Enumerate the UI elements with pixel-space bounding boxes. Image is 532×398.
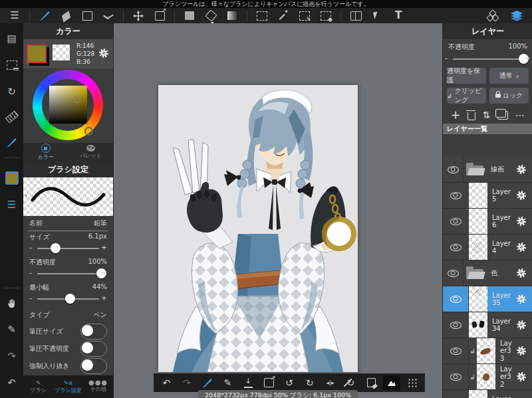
marquee-tool-icon[interactable] bbox=[256, 10, 268, 22]
select-list-icon[interactable] bbox=[0, 55, 23, 75]
fill-tool-icon[interactable] bbox=[184, 10, 196, 22]
eraser-tool-icon[interactable] bbox=[60, 10, 72, 22]
pages-icon[interactable]: ▤ bbox=[0, 29, 23, 49]
deselect-pen-tool-icon[interactable]: ◆ bbox=[320, 10, 332, 22]
undo-icon[interactable]: ↶ bbox=[0, 373, 23, 393]
size-slider[interactable]: - + bbox=[29, 243, 107, 254]
layer-row-senga[interactable]: 線画 bbox=[443, 157, 532, 183]
canvas[interactable] bbox=[158, 85, 358, 372]
opacity-minus[interactable]: - bbox=[29, 268, 32, 277]
polyline-tool-icon[interactable] bbox=[102, 10, 114, 22]
transparent-color-swatch[interactable] bbox=[53, 45, 70, 60]
blend-mode-button[interactable]: 通常 › bbox=[489, 68, 529, 84]
undo-button[interactable]: ↶ bbox=[156, 375, 177, 391]
eye-icon[interactable] bbox=[450, 218, 462, 225]
rotate-cw-button[interactable]: ↻ bbox=[299, 375, 320, 391]
workspace[interactable]: ↶ ↷ ✎ ↓ ↺ ↻ ◂|▸ ↻ 2048*2732px 778dpi 50%… bbox=[114, 23, 442, 398]
layer-opacity-plus[interactable]: + bbox=[525, 54, 531, 62]
layers-panel-icon[interactable] bbox=[511, 10, 523, 22]
gear-icon[interactable] bbox=[517, 243, 526, 252]
protect-alpha-button[interactable]: 透明度を保護 bbox=[447, 68, 486, 84]
shape-tool-icon[interactable] bbox=[81, 10, 93, 22]
redo-button[interactable]: ↷ bbox=[177, 375, 198, 391]
materials-icon[interactable] bbox=[487, 10, 499, 22]
minwidth-slider[interactable]: - + bbox=[29, 293, 107, 305]
duplicate-layer-button[interactable] bbox=[497, 111, 508, 120]
eye-icon[interactable] bbox=[450, 373, 462, 381]
eye-icon[interactable] bbox=[450, 244, 462, 251]
reorder-layers-button[interactable]: ⇅ bbox=[483, 110, 491, 120]
gear-icon[interactable] bbox=[517, 346, 526, 355]
redo-icon[interactable]: ↷ bbox=[0, 346, 23, 366]
delete-layer-button[interactable] bbox=[467, 110, 475, 120]
layer-row-layer4[interactable]: Layer4 bbox=[443, 235, 532, 260]
eye-icon[interactable] bbox=[450, 296, 462, 303]
paint-icon[interactable] bbox=[0, 132, 23, 152]
gear-icon[interactable] bbox=[517, 191, 526, 200]
gear-icon[interactable] bbox=[517, 165, 526, 174]
bucket-tool-icon[interactable] bbox=[205, 10, 217, 22]
pressure-size-toggle[interactable] bbox=[80, 324, 107, 340]
select-pen-tool-icon[interactable]: ✎ bbox=[299, 10, 311, 22]
layer-row-layer34[interactable]: Layer34 bbox=[443, 312, 532, 338]
menu-icon[interactable]: ☰ bbox=[9, 10, 21, 22]
object-select-tool-icon[interactable] bbox=[371, 10, 383, 22]
sv-cursor[interactable] bbox=[74, 96, 80, 103]
hue-cursor[interactable] bbox=[84, 127, 93, 136]
add-layer-button[interactable]: + bbox=[451, 108, 460, 122]
layer-row-layer6[interactable]: Layer6 bbox=[443, 209, 532, 235]
eye-icon[interactable] bbox=[450, 192, 462, 199]
lock-button[interactable]: ロック bbox=[489, 88, 529, 104]
layer-row-layer35[interactable]: Layer35 bbox=[443, 286, 532, 312]
save-button[interactable]: ↓ bbox=[238, 375, 259, 391]
eye-icon[interactable] bbox=[448, 166, 459, 173]
pen-icon[interactable]: ✎ bbox=[217, 375, 238, 391]
eye-icon[interactable] bbox=[448, 270, 459, 277]
next-brush-arrow[interactable]: › bbox=[108, 191, 112, 200]
gradient-tool-icon[interactable] bbox=[226, 10, 238, 22]
color-swatch-icon[interactable] bbox=[0, 168, 23, 188]
size-minus[interactable]: - bbox=[29, 243, 32, 252]
layer-row-layer5[interactable]: Layer5 bbox=[443, 183, 532, 209]
text-tool-icon[interactable]: T bbox=[392, 10, 404, 22]
minwidth-plus[interactable]: + bbox=[101, 294, 107, 302]
layer-row-iro[interactable]: 色 bbox=[443, 260, 532, 286]
layer-opacity-minus[interactable]: - bbox=[445, 54, 448, 62]
gear-icon[interactable] bbox=[517, 294, 526, 304]
brush-select-icon[interactable] bbox=[198, 375, 218, 391]
rotate-icon[interactable]: ↻ bbox=[0, 82, 23, 102]
rotate-ccw-button[interactable]: ↺ bbox=[279, 375, 300, 391]
opacity-slider[interactable]: - + bbox=[29, 268, 107, 280]
gear-icon[interactable] bbox=[517, 372, 526, 381]
taper-toggle[interactable] bbox=[80, 358, 107, 374]
flip-horizontal-button[interactable]: ◂|▸ bbox=[320, 375, 340, 391]
tab-brush[interactable]: ✎ ブラシ bbox=[23, 375, 53, 398]
tab-palette[interactable]: パレット bbox=[68, 143, 114, 161]
pressure-opacity-toggle[interactable] bbox=[80, 341, 107, 357]
gear-icon[interactable] bbox=[517, 217, 526, 226]
split-view-tool-icon[interactable] bbox=[350, 10, 362, 22]
tab-color[interactable]: カラー bbox=[23, 143, 68, 161]
magic-wand-tool-icon[interactable] bbox=[277, 10, 289, 22]
hand-icon[interactable] bbox=[0, 293, 23, 313]
clear-button[interactable] bbox=[361, 375, 382, 391]
eye-icon[interactable] bbox=[450, 322, 462, 329]
foreground-color-swatch[interactable] bbox=[27, 45, 47, 63]
reset-rotation-button[interactable]: ↻ bbox=[340, 375, 361, 391]
ruler-icon[interactable] bbox=[0, 107, 23, 127]
brush-type-row[interactable]: タイプ ペン bbox=[23, 307, 113, 323]
size-plus[interactable]: + bbox=[101, 243, 107, 252]
minwidth-minus[interactable]: - bbox=[29, 294, 32, 302]
layer-row-layer32[interactable]: ↲ Layer32 bbox=[443, 364, 532, 390]
prev-brush-arrow[interactable]: ‹ bbox=[25, 191, 28, 200]
tab-brush-settings[interactable]: ✎⚙ ブラシ設定 bbox=[53, 375, 83, 398]
image-preview-button[interactable] bbox=[381, 375, 402, 391]
toolbar-drag-handle[interactable] bbox=[402, 375, 422, 391]
export-button[interactable] bbox=[259, 375, 279, 391]
brush-tool-icon[interactable] bbox=[39, 10, 51, 22]
layer-row-layer16[interactable]: Layer16 bbox=[443, 390, 532, 398]
size-thumb[interactable] bbox=[51, 243, 61, 253]
brush-name-row[interactable]: 名前 鉛筆 bbox=[28, 216, 108, 231]
clipping-button[interactable]: ↲ クリッピング bbox=[447, 88, 486, 104]
color-settings-gear-icon[interactable] bbox=[99, 49, 108, 58]
